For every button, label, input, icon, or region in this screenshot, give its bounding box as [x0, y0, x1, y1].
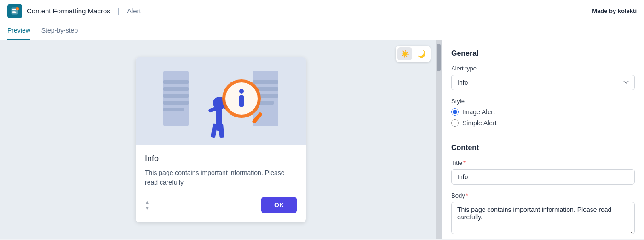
right-panel: General Alert type Info Warning Error Su…	[442, 40, 644, 239]
svg-rect-8	[163, 80, 189, 84]
section-divider	[451, 136, 635, 136]
app-header: i Content Formatting Macros | Alert Made…	[0, 0, 644, 22]
brand-label: Made by kolekti	[592, 7, 637, 14]
svg-rect-10	[163, 94, 189, 98]
scroll-up-icon: ▲	[145, 199, 150, 205]
preview-area: ☀️ 🌙	[0, 40, 442, 239]
theme-toggle: ☀️ 🌙	[396, 46, 431, 62]
body-label: Body*	[451, 192, 635, 199]
ok-button[interactable]: OK	[261, 197, 297, 213]
general-section-title: General	[451, 49, 635, 58]
alert-footer: ▲ ▼ OK	[136, 197, 306, 222]
app-icon: i	[7, 4, 22, 18]
style-simple-alert-radio[interactable]	[451, 119, 459, 127]
style-simple-alert[interactable]: Simple Alert	[451, 119, 635, 127]
tab-bar: Preview Step-by-step	[0, 22, 644, 40]
style-label: Style	[451, 98, 635, 105]
svg-rect-7	[163, 71, 189, 126]
style-image-alert-radio[interactable]	[451, 108, 459, 116]
svg-rect-14	[253, 80, 278, 84]
style-section: Style Image Alert Simple Alert	[451, 98, 635, 127]
brand-prefix: Made by	[592, 7, 618, 14]
svg-rect-3	[12, 12, 16, 13]
header-divider: |	[118, 7, 120, 15]
style-radio-group: Image Alert Simple Alert	[451, 108, 635, 127]
svg-rect-12	[163, 108, 184, 111]
svg-rect-9	[163, 87, 189, 91]
tab-preview[interactable]: Preview	[7, 22, 30, 40]
alert-type-select[interactable]: Info Warning Error Success Note	[451, 75, 635, 90]
style-image-alert[interactable]: Image Alert	[451, 108, 635, 116]
title-label: Title*	[451, 159, 635, 166]
alert-body: Info This page contains important inform…	[136, 145, 306, 197]
light-mode-button[interactable]: ☀️	[397, 47, 412, 60]
alert-type-label: Alert type	[451, 65, 635, 72]
scrollbar-thumb	[437, 44, 441, 71]
svg-point-26	[239, 89, 244, 94]
brand-name: kolekti	[618, 7, 637, 14]
alert-illustration	[136, 57, 306, 145]
dark-mode-button[interactable]: 🌙	[414, 47, 429, 60]
svg-rect-2	[12, 11, 16, 12]
tab-step-by-step[interactable]: Step-by-step	[41, 22, 78, 40]
alert-preview-title: Info	[145, 154, 297, 164]
alert-card: Info This page contains important inform…	[136, 57, 306, 222]
scroll-down-icon: ▼	[145, 205, 150, 211]
svg-rect-27	[239, 95, 244, 107]
app-title: Content Formatting Macros	[27, 7, 110, 15]
content-section-title: Content	[451, 144, 635, 152]
style-image-alert-label: Image Alert	[462, 108, 495, 116]
alert-preview-body: This page contains important information…	[145, 168, 297, 187]
header-left: i Content Formatting Macros | Alert	[7, 4, 141, 18]
main-content: ☀️ 🌙	[0, 40, 644, 239]
title-input[interactable]	[451, 169, 635, 185]
body-textarea[interactable]: This page contains important information…	[451, 202, 635, 234]
scroll-arrows: ▲ ▼	[145, 199, 150, 211]
header-subtitle: Alert	[127, 7, 141, 15]
preview-scrollbar[interactable]	[436, 40, 442, 239]
style-simple-alert-label: Simple Alert	[462, 119, 497, 127]
svg-rect-11	[163, 101, 189, 105]
